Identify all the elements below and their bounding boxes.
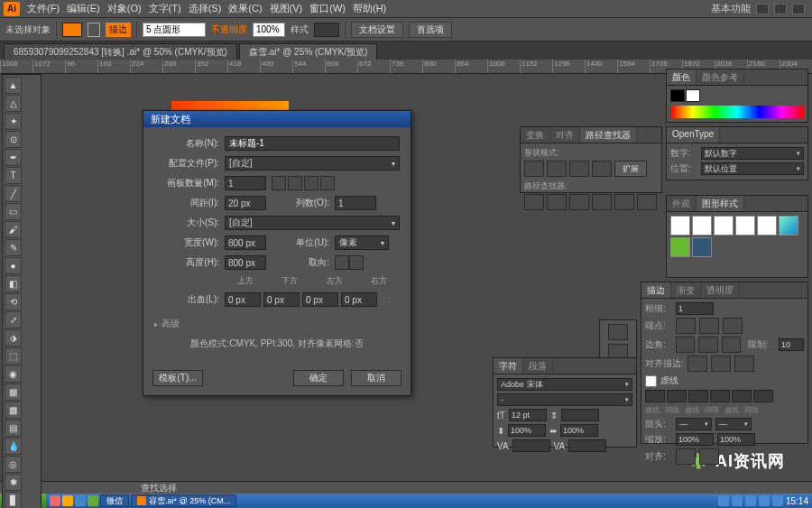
quick-launch-icon[interactable]: [75, 495, 86, 506]
name-input[interactable]: [225, 136, 400, 151]
bleed-bottom-input[interactable]: [263, 292, 300, 307]
stroke-label[interactable]: 描边: [106, 23, 131, 37]
tray-icon[interactable]: [759, 495, 770, 506]
minus-front-icon[interactable]: [547, 161, 567, 177]
brush-tool[interactable]: 🖌: [5, 221, 22, 238]
fill-swatch[interactable]: [670, 89, 685, 102]
landscape-icon[interactable]: [349, 255, 364, 270]
font-size-input[interactable]: [509, 409, 547, 421]
selection-tool[interactable]: ▲: [5, 77, 22, 94]
tray-icon[interactable]: [772, 495, 783, 506]
join-miter-icon[interactable]: [676, 337, 695, 353]
stroke-swatch[interactable]: [686, 89, 700, 102]
cap-round-icon[interactable]: [699, 318, 719, 334]
tab-graphic-styles[interactable]: 图形样式: [697, 196, 744, 211]
menu-select[interactable]: 选择(S): [189, 2, 222, 15]
spacing-input[interactable]: [225, 196, 266, 210]
style-select[interactable]: [314, 23, 339, 37]
style-thumb[interactable]: [735, 216, 755, 236]
style-thumb[interactable]: [714, 216, 734, 236]
blend-tool[interactable]: ◎: [5, 456, 22, 473]
bleed-right-input[interactable]: [341, 292, 377, 307]
style-thumb[interactable]: [757, 216, 777, 236]
magic-wand-tool[interactable]: ✦: [5, 113, 22, 130]
artboards-input[interactable]: [225, 176, 266, 190]
height-input[interactable]: [225, 255, 266, 270]
style-thumb[interactable]: [670, 216, 690, 236]
graph-tool[interactable]: ▊: [5, 492, 22, 508]
arrow-start-select[interactable]: —: [676, 418, 712, 430]
workspace-label[interactable]: 基本功能: [711, 2, 751, 15]
font-style-select[interactable]: -: [497, 393, 632, 406]
gap-input[interactable]: [710, 390, 730, 402]
pencil-tool[interactable]: ✎: [5, 239, 22, 256]
exclude-icon[interactable]: [592, 161, 612, 177]
dashed-checkbox[interactable]: [645, 375, 657, 387]
menu-window[interactable]: 窗口(W): [309, 2, 346, 15]
tab-pathfinder[interactable]: 路径查找器: [580, 127, 637, 143]
align-arrow-icon[interactable]: [676, 448, 696, 465]
tab-opentype[interactable]: OpenType: [667, 127, 720, 143]
menu-object[interactable]: 对象(O): [107, 2, 142, 15]
vscale-input[interactable]: [508, 424, 546, 437]
tray-icon[interactable]: [745, 495, 756, 506]
cols-input[interactable]: [335, 196, 376, 210]
bleed-top-input[interactable]: [225, 292, 261, 307]
tab-character[interactable]: 字符: [494, 358, 523, 374]
line-tool[interactable]: ╱: [5, 185, 22, 202]
tab-paragraph[interactable]: 段落: [523, 358, 553, 374]
limit-input[interactable]: [779, 338, 804, 351]
tab-color-guide[interactable]: 颜色参考: [697, 69, 744, 85]
row-layout-icon[interactable]: [288, 176, 302, 190]
quick-launch-icon[interactable]: [88, 495, 98, 506]
width-tool[interactable]: ⬗: [5, 329, 22, 346]
maximize-button[interactable]: [774, 4, 787, 14]
grid-layout-icon[interactable]: [272, 176, 286, 190]
tab-transform[interactable]: 变换: [521, 127, 550, 143]
document-tab[interactable]: 68593079099252843 [转换] .ai* @ 50% (CMYK/…: [4, 43, 237, 60]
gradient-tool[interactable]: ▤: [5, 420, 22, 437]
cancel-button[interactable]: 取消: [351, 370, 401, 386]
menu-type[interactable]: 文字(T): [149, 2, 181, 15]
minus-back-icon[interactable]: [637, 194, 657, 210]
profile-select[interactable]: [自定]: [225, 156, 400, 171]
width-input[interactable]: [225, 236, 266, 250]
gap-input[interactable]: [753, 390, 773, 402]
menu-edit[interactable]: 编辑(E): [67, 2, 100, 15]
join-bevel-icon[interactable]: [722, 337, 741, 353]
type-tool[interactable]: T: [5, 167, 22, 184]
menu-view[interactable]: 视图(V): [270, 2, 303, 15]
align-center-icon[interactable]: [687, 356, 707, 372]
hscale-input[interactable]: [560, 424, 598, 437]
intersect-icon[interactable]: [569, 161, 589, 177]
stroke-weight-input[interactable]: [143, 23, 206, 37]
perspective-tool[interactable]: ▦: [5, 383, 22, 401]
unite-icon[interactable]: [524, 161, 544, 177]
font-family-select[interactable]: Adobe 宋体: [497, 378, 632, 391]
align-outside-icon[interactable]: [734, 356, 754, 372]
align-inside-icon[interactable]: [711, 356, 731, 372]
stroke-swatch[interactable]: [88, 23, 100, 37]
tray-icon[interactable]: [718, 495, 729, 506]
rotate-tool[interactable]: ⟲: [5, 293, 22, 310]
tray-icon[interactable]: [732, 495, 743, 506]
prefs-button[interactable]: 首选项: [409, 22, 452, 38]
align-arrow-icon[interactable]: [699, 448, 719, 465]
scale-start-input[interactable]: [676, 433, 714, 446]
tracking-input[interactable]: [568, 439, 606, 452]
crop-icon[interactable]: [592, 194, 612, 210]
quick-launch-icon[interactable]: [50, 495, 60, 506]
fill-swatch[interactable]: [62, 23, 82, 37]
bleed-left-input[interactable]: [302, 292, 338, 307]
pen-tool[interactable]: ✒: [5, 149, 22, 166]
rect-tool[interactable]: ▭: [5, 203, 22, 220]
templates-button[interactable]: 模板(T)...: [152, 370, 203, 386]
menu-file[interactable]: 文件(F): [27, 2, 60, 15]
style-thumb[interactable]: [692, 237, 712, 257]
doc-setup-button[interactable]: 文档设置: [351, 22, 403, 38]
size-select[interactable]: [自定]: [225, 216, 400, 230]
link-bleed-icon[interactable]: ⬚: [380, 287, 392, 312]
position-select[interactable]: 默认位置: [701, 162, 804, 175]
units-select[interactable]: 像素: [335, 236, 389, 250]
minimize-button[interactable]: [756, 4, 769, 14]
